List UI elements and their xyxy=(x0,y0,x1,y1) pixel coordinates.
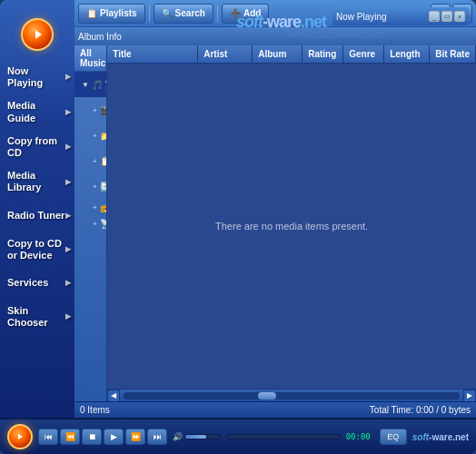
tree-item-all-music[interactable]: ▼ 🎵 All Music xyxy=(74,72,106,97)
table-header: Title Artist Album Rating Genre Length B… xyxy=(107,45,476,64)
sidebar-item-skin-chooser[interactable]: Skin Chooser ▶ xyxy=(0,300,74,334)
svg-marker-0 xyxy=(35,30,42,39)
tree-item-other-media[interactable]: + 📁 Other Media xyxy=(74,123,106,148)
playlists-button[interactable]: 📋 Playlists xyxy=(78,4,145,24)
expand-icon: + xyxy=(93,203,97,212)
playlists-icon: 📋 xyxy=(86,8,97,18)
brand-logo: soft-ware.net xyxy=(412,430,469,443)
expand-icon: + xyxy=(93,183,97,191)
col-length[interactable]: Length xyxy=(384,45,430,63)
arrow-icon: ▶ xyxy=(65,143,71,152)
expand-icon: ▼ xyxy=(82,81,89,89)
sidebar-item-radio-tuner[interactable]: Radio Tuner ▶ xyxy=(0,200,74,232)
main-window: Now Playing _ ▭ × soft-ware.net AKTUELLE… xyxy=(0,0,476,454)
col-artist[interactable]: Artist xyxy=(198,45,253,63)
scroll-left-button[interactable]: ◀ xyxy=(107,390,120,402)
arrow-icon: ▶ xyxy=(65,312,71,321)
progress-track[interactable] xyxy=(226,434,341,439)
transport-controls: ⏮ ⏪ ⏹ ▶ ⏩ ⏭ xyxy=(38,429,167,445)
sidebar-item-services[interactable]: Services ▶ xyxy=(0,267,74,300)
arrow-icon: ▶ xyxy=(65,245,71,254)
expand-icon: + xyxy=(93,220,97,228)
fast-forward-button[interactable]: ⏩ xyxy=(125,429,145,445)
tree-header: All Music xyxy=(74,45,106,72)
sidebar-item-now-playing[interactable]: Now Playing ▶ xyxy=(0,60,74,94)
watermark-logo: soft-ware.net xyxy=(236,13,326,32)
search-button[interactable]: 🔍 Search xyxy=(154,4,213,24)
tree-item-radio[interactable]: + 📻 Radio xyxy=(74,199,106,215)
col-bitrate[interactable]: Bit Rate xyxy=(430,45,476,63)
arrow-icon: ▶ xyxy=(65,73,71,82)
status-bar: 0 Items Total Time: 0:00 / 0 bytes xyxy=(74,401,476,418)
mini-close-button[interactable]: × xyxy=(454,11,465,22)
eq-icon[interactable]: EQ xyxy=(380,429,407,445)
eq-button[interactable]: EQ xyxy=(380,429,407,445)
arrow-icon: ▶ xyxy=(65,178,71,187)
expand-icon: + xyxy=(93,132,97,140)
col-rating[interactable]: Rating xyxy=(302,45,343,63)
time-display: 00:00 xyxy=(346,432,371,441)
wmp-logo xyxy=(21,18,54,51)
radio-icon: 📻 xyxy=(100,202,108,212)
table-panel: Title Artist Album Rating Genre Length B… xyxy=(107,45,476,401)
mini-minimize-button[interactable]: _ xyxy=(429,11,440,22)
watermark-subtext: AKTUELLE DOWNLOADS xyxy=(287,31,385,40)
sidebar-item-media-guide[interactable]: Media Guide ▶ xyxy=(0,94,74,129)
media-icon: 📁 xyxy=(100,131,108,141)
scrollbar-thumb[interactable] xyxy=(258,392,276,400)
search-icon: 🔍 xyxy=(162,8,173,18)
total-time: Total Time: 0:00 / 0 bytes xyxy=(370,405,471,415)
volume-icon: 🔊 xyxy=(173,432,183,441)
main-content-area: 📋 Playlists 🔍 Search ➕ Add ◀ ▶ Album Inf… xyxy=(74,0,476,418)
volume-control: 🔊 xyxy=(173,432,221,441)
horizontal-scrollbar[interactable]: ◀ ▶ xyxy=(107,389,476,401)
table-body: There are no media items present. xyxy=(107,64,476,389)
tree-item-all-video[interactable]: + 🎬 All Video xyxy=(74,97,106,123)
svg-marker-1 xyxy=(18,434,23,439)
tree-item-my-playlists[interactable]: + 📋 My Playlists xyxy=(74,148,106,173)
prev-button[interactable]: ⏮ xyxy=(38,429,58,445)
stop-button[interactable]: ⏹ xyxy=(82,429,102,445)
toolbar-separator xyxy=(149,5,150,22)
playlist-icon: 📋 xyxy=(100,156,108,166)
volume-slider[interactable] xyxy=(184,434,221,439)
progress-area xyxy=(226,434,341,439)
subscriptions-icon: 📡 xyxy=(100,219,108,229)
music-icon: 🎵 xyxy=(92,80,103,90)
player-logo xyxy=(7,424,33,449)
now-playing-mini-label: Now Playing xyxy=(336,12,387,22)
tree-item-auto-playlists[interactable]: + 🔄 Auto Playlists xyxy=(74,173,106,199)
sidebar-item-copy-from-cd[interactable]: Copy from CD ▶ xyxy=(0,130,74,164)
volume-fill xyxy=(185,435,206,439)
scroll-right-button[interactable]: ▶ xyxy=(463,390,476,402)
auto-playlist-icon: 🔄 xyxy=(100,182,108,192)
col-genre[interactable]: Genre xyxy=(343,45,384,63)
sidebar-item-media-library[interactable]: Media Library ▶ xyxy=(0,164,74,199)
player-bar: ⏮ ⏪ ⏹ ▶ ⏩ ⏭ 🔊 00:00 EQ soft-ware.net xyxy=(0,418,476,454)
sidebar-item-copy-to-device[interactable]: Copy to CD or Device ▶ xyxy=(0,232,74,267)
col-album[interactable]: Album xyxy=(253,45,302,63)
now-playing-mini-window: Now Playing _ ▭ × xyxy=(332,7,469,25)
arrow-icon: ▶ xyxy=(65,212,71,221)
play-button[interactable]: ▶ xyxy=(104,429,124,445)
rewind-button[interactable]: ⏪ xyxy=(60,429,80,445)
empty-message: There are no media items present. xyxy=(215,221,368,232)
expand-icon: + xyxy=(93,106,97,114)
video-icon: 🎬 xyxy=(100,105,108,115)
items-count: 0 Items xyxy=(80,405,110,415)
tree-item-subscriptions[interactable]: + 📡 Subscriptions xyxy=(74,215,106,232)
tree-panel: All Music ▼ 🎵 All Music + 🎬 All Video + … xyxy=(74,45,107,401)
expand-icon: + xyxy=(93,157,97,165)
sidebar: Now Playing ▶ Media Guide ▶ Copy from CD… xyxy=(0,0,74,418)
scrollbar-track xyxy=(124,392,460,400)
next-button[interactable]: ⏭ xyxy=(147,429,167,445)
arrow-icon: ▶ xyxy=(65,108,71,117)
toolbar-separator-2 xyxy=(217,5,218,22)
col-title[interactable]: Title xyxy=(107,45,198,63)
mini-window-controls: _ ▭ × xyxy=(429,11,465,22)
arrow-icon: ▶ xyxy=(65,279,71,288)
content-split: All Music ▼ 🎵 All Music + 🎬 All Video + … xyxy=(74,45,476,401)
mini-restore-button[interactable]: ▭ xyxy=(441,11,452,22)
